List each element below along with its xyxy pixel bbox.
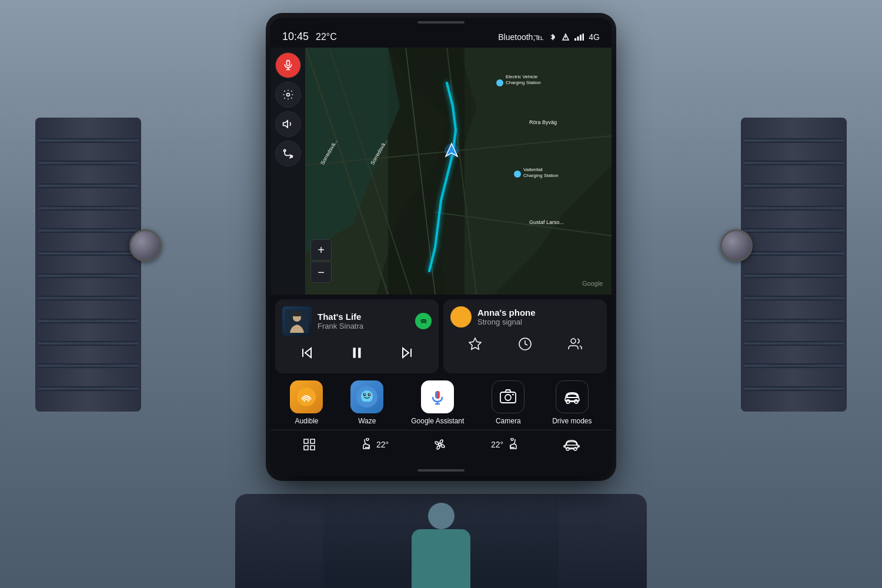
drive-modes-app[interactable]: Drive modes — [552, 380, 592, 425]
vent-slat — [744, 161, 844, 165]
vent-slat — [38, 161, 138, 165]
vent-slat — [744, 228, 844, 233]
google-assistant-logo — [427, 386, 448, 407]
vent-slat — [38, 206, 138, 211]
vent-slat — [38, 273, 138, 278]
recents-button[interactable] — [516, 335, 534, 356]
vent-slat — [38, 183, 138, 188]
svg-point-75 — [511, 438, 513, 440]
audible-logo — [297, 387, 316, 406]
car-icon — [563, 389, 582, 405]
main-screen: 10:45 22°C Bluetooth;℡ 4G — [270, 18, 612, 476]
prev-button[interactable] — [298, 343, 316, 366]
car-overview-icon — [563, 438, 580, 451]
svg-text:Charging Station: Charging Station — [523, 173, 559, 178]
svg-point-50 — [571, 339, 576, 343]
map-sidebar — [270, 48, 306, 295]
svg-rect-70 — [310, 439, 315, 443]
svg-rect-30 — [286, 61, 289, 66]
vent-slat — [744, 319, 844, 323]
vent-slat — [744, 273, 844, 278]
svg-rect-71 — [304, 446, 308, 450]
music-panel[interactable]: That's Life Frank Sinatra — [275, 299, 439, 373]
svg-rect-45 — [358, 348, 360, 358]
svg-point-22 — [514, 171, 521, 178]
google-assistant-app[interactable]: Google Assistant — [411, 380, 464, 425]
vent-slat — [38, 363, 138, 368]
vent-slat — [744, 251, 844, 256]
presenter-body — [412, 529, 470, 588]
drive-modes-label: Drive modes — [552, 417, 592, 425]
right-vent-knob[interactable] — [720, 229, 753, 262]
svg-point-76 — [566, 447, 569, 450]
seat-temp-right[interactable]: 22° — [491, 438, 519, 451]
vent-slat — [38, 251, 138, 256]
settings-button[interactable] — [275, 82, 301, 108]
vent-slat — [38, 296, 138, 300]
phone-panel[interactable]: Anna's phone Strong signal — [443, 299, 607, 373]
mic-icon — [282, 59, 294, 71]
camera-app[interactable]: Camera — [492, 380, 524, 425]
svg-rect-4 — [580, 35, 582, 41]
next-button[interactable] — [397, 343, 416, 366]
vent-slat — [744, 183, 844, 188]
spotify-icon — [415, 313, 432, 329]
skip-forward-icon — [400, 346, 414, 360]
vent-right — [741, 118, 847, 412]
favorites-button[interactable] — [466, 335, 485, 356]
volume-button[interactable] — [275, 111, 301, 137]
status-temperature: 22°C — [316, 32, 337, 42]
apps-grid-button[interactable] — [302, 437, 316, 452]
waze-icon — [350, 380, 383, 413]
presenter-area — [323, 482, 559, 588]
vent-slat — [744, 206, 844, 211]
camera-icon — [499, 388, 517, 406]
signal-icon — [562, 33, 570, 41]
vent-slat — [38, 319, 138, 323]
car-status-button[interactable] — [563, 438, 580, 451]
svg-point-56 — [365, 394, 366, 395]
pause-icon — [349, 345, 365, 360]
phone-info: Anna's phone Strong signal — [477, 308, 536, 326]
svg-point-77 — [574, 447, 577, 450]
camera-icon-container — [492, 380, 524, 413]
vent-slat — [744, 341, 844, 346]
pause-button[interactable] — [347, 343, 367, 366]
fan-control[interactable] — [433, 438, 446, 451]
svg-marker-42 — [305, 348, 311, 358]
contacts-button[interactable] — [566, 335, 584, 356]
apps-row: Audible Waze — [270, 373, 612, 430]
seat-temp-left[interactable]: 22° — [361, 438, 389, 451]
music-info: That's Life Frank Sinatra — [318, 312, 409, 330]
svg-text:Vattenfall: Vattenfall — [523, 167, 543, 172]
waze-logo — [356, 386, 377, 407]
zoom-in-button[interactable]: + — [310, 239, 332, 260]
presenter-figure — [388, 488, 494, 588]
network-label: 4G — [589, 32, 600, 42]
zoom-out-button[interactable]: − — [310, 262, 332, 283]
vent-slat — [744, 386, 844, 391]
svg-point-66 — [566, 400, 570, 403]
svg-point-33 — [286, 93, 289, 96]
phone-signal-status: Strong signal — [477, 318, 536, 326]
waze-app[interactable]: Waze — [350, 380, 383, 425]
audible-app[interactable]: Audible — [290, 380, 323, 425]
album-art-image — [285, 309, 309, 333]
status-right: Bluetooth;℡ 4G — [498, 32, 600, 42]
mic-button[interactable] — [275, 52, 301, 78]
volume-icon — [282, 118, 294, 130]
bottom-bar: 22° 22° — [270, 430, 612, 459]
vent-slat — [38, 138, 138, 143]
svg-rect-3 — [577, 36, 579, 41]
nav-button[interactable] — [275, 141, 301, 166]
map-area[interactable]: Electric Vehicle Charging Station Vatten… — [270, 48, 612, 295]
bluetooth-icon: Bluetooth;℡ — [498, 32, 544, 42]
vent-slat — [744, 138, 844, 143]
left-vent-knob[interactable] — [129, 229, 162, 262]
svg-rect-72 — [310, 446, 315, 450]
panels-row: That's Life Frank Sinatra — [270, 295, 612, 373]
svg-text:Charging Station: Charging Station — [506, 80, 541, 85]
music-controls — [282, 343, 432, 366]
vent-slat — [38, 341, 138, 346]
status-bar: 10:45 22°C Bluetooth;℡ 4G — [270, 24, 612, 48]
